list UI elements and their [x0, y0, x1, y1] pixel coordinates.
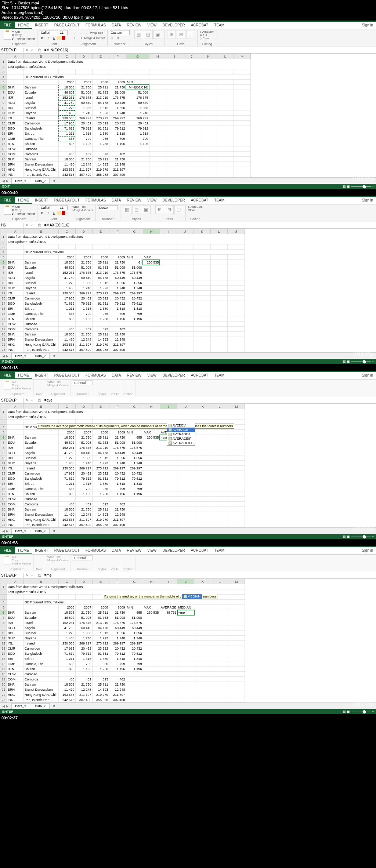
timestamp-4: 00:02:37 [0, 715, 376, 721]
format-table-icon[interactable]: ▤ [144, 30, 153, 39]
cut-btn[interactable]: ✂ Cut [12, 30, 35, 33]
tab-view[interactable]: VIEW [144, 22, 160, 29]
worksheet-grid[interactable]: ABCDEFGHIJKLM1Data from database: World … [0, 404, 245, 527]
new-sheet-icon[interactable]: ⊕ [50, 179, 58, 183]
status-mode: EDIT [2, 185, 10, 188]
sheet-tab-1[interactable]: Data_1 [11, 178, 30, 184]
excel-frame-4: FILE HOME INSERTPAGE LAYOUTFORMULASDATAR… [0, 546, 376, 714]
accept-formula-icon[interactable]: ✓ [31, 48, 34, 52]
format-painter-btn[interactable]: 🖌 Format Painter [12, 37, 35, 40]
wrap-text-btn[interactable]: Wrap Text [90, 31, 103, 34]
worksheet-grid[interactable]: ABCDEFGHIJKLM1Data from database: World … [0, 229, 245, 352]
font-color-btn[interactable] [62, 36, 65, 40]
fill-color-btn[interactable] [57, 36, 61, 40]
format-cells-icon[interactable]: ⬚ [186, 30, 195, 39]
indent-inc-icon[interactable]: ⇥ [78, 35, 83, 40]
cond-format-icon[interactable]: ▦ [134, 30, 143, 39]
comma-icon[interactable]: , [122, 35, 127, 40]
italic-btn[interactable]: I [46, 35, 51, 40]
formula-bar[interactable] [43, 573, 376, 578]
tab-review[interactable]: REVIEW [124, 22, 144, 29]
tab-pagelayout[interactable]: PAGE LAYOUT [51, 22, 83, 29]
function-tooltip: Returns the average (arithmetic mean) of… [37, 424, 234, 429]
excel-frame-3: FILE HOME INSERTPAGE LAYOUTFORMULASDATAR… [0, 371, 376, 539]
excel-frame-2: FILE HOME INSERT PAGE LAYOUT FORMULAS DA… [0, 196, 376, 364]
align-left-icon[interactable]: ≡ [72, 30, 77, 35]
copy-btn[interactable]: ⧉ Copy [12, 33, 35, 37]
file-tab[interactable]: FILE [0, 197, 15, 204]
fx-icon[interactable]: fx [36, 48, 43, 52]
size-line: Size: 13147506 bytes (12.54 MiB), durati… [1, 6, 375, 10]
worksheet-grid[interactable]: ABCDEFGHIJKLM1Data from database: World … [0, 54, 251, 177]
bold-btn[interactable]: B [40, 35, 45, 40]
align-center-icon[interactable]: ≡ [78, 30, 83, 35]
video-metadata: File: 5_-_Basics.mp4 Size: 13147506 byte… [0, 0, 376, 21]
tab-team[interactable]: TEAM [211, 22, 227, 29]
cell-styles-icon[interactable]: ▣ [153, 30, 162, 39]
formula-bar[interactable] [43, 48, 376, 52]
align-right-icon[interactable]: ≡ [84, 30, 89, 35]
formula-bar[interactable] [43, 223, 376, 228]
currency-icon[interactable]: $ [110, 35, 115, 40]
sheet-tab-2[interactable]: Data_2 [31, 178, 50, 184]
file-line: File: 5_-_Basics.mp4 [1, 1, 375, 6]
number-format-select[interactable] [110, 30, 130, 35]
font-size-select[interactable] [59, 30, 68, 35]
percent-icon[interactable]: % [116, 35, 121, 40]
name-box[interactable] [0, 223, 24, 228]
ribbon-tabs: FILE HOME INSERT PAGE LAYOUT FORMULAS DA… [0, 22, 376, 29]
audio-line: Audio: mpeg4aac (und) [1, 10, 375, 15]
tab-insert[interactable]: INSERT [32, 22, 51, 29]
excel-frame-1: FILE HOME INSERT PAGE LAYOUT FORMULAS DA… [0, 21, 376, 189]
autosum-btn[interactable]: Σ AutoSum [200, 30, 214, 33]
file-tab[interactable]: FILE [0, 22, 15, 29]
tab-developer[interactable]: DEVELOPER [159, 22, 188, 29]
formula-autocomplete[interactable]: AVEDEV AVERAGE AVERAGEA AVERAGEIF AVERAG… [167, 423, 195, 446]
name-box[interactable] [0, 48, 24, 52]
tab-home[interactable]: HOME [15, 22, 32, 29]
clear-btn[interactable]: ◇ Clear [200, 37, 214, 40]
cancel-formula-icon[interactable]: ✕ [26, 48, 29, 52]
tab-data[interactable]: DATA [109, 22, 124, 29]
name-box[interactable] [0, 573, 24, 578]
delete-cells-icon[interactable]: ⊟ [177, 30, 185, 39]
indent-dec-icon[interactable]: ⇤ [72, 35, 77, 40]
paste-icon[interactable] [4, 31, 11, 40]
formula-autocomplete[interactable]: MEDIAN [182, 594, 202, 599]
signin-link[interactable]: Sign in [359, 22, 376, 29]
video-line: Video: h264, yuv420p, 1280x720, 30.03 fp… [1, 15, 375, 20]
timestamp-2: 00:01:18 [0, 365, 376, 371]
paste-icon[interactable] [4, 206, 11, 215]
underline-btn[interactable]: U [51, 35, 57, 40]
tab-formulas[interactable]: FORMULAS [83, 22, 109, 29]
tab-acrobat[interactable]: ACROBAT [188, 22, 212, 29]
insert-cells-icon[interactable]: ⊞ [167, 30, 176, 39]
timestamp-1: 00:00:40 [0, 190, 376, 196]
merge-center-btn[interactable]: Merge & Center [84, 36, 105, 40]
fill-btn[interactable]: ⬇ Fill [200, 33, 214, 37]
formula-bar[interactable] [43, 398, 376, 403]
name-box[interactable] [0, 398, 24, 403]
tab-home[interactable]: HOME [15, 197, 32, 204]
timestamp-3: 00:01:58 [0, 540, 376, 546]
ribbon: ✂ Cut ⧉ Copy 🖌 Format Painter Clipboard … [0, 29, 376, 47]
font-name-select[interactable] [40, 30, 58, 35]
